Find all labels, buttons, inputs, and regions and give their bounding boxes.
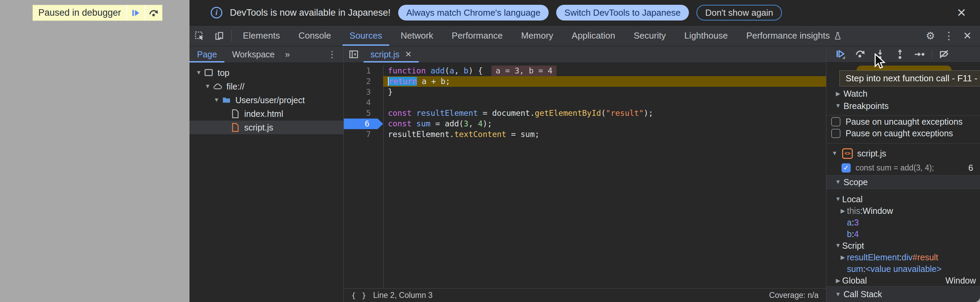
source-editor[interactable]: 1234567 function add(a, b) {a = 3, b = 4… (344, 63, 826, 288)
callstack-section-header[interactable]: ▼ Call Stack (826, 286, 980, 302)
code-token: 4 (478, 119, 483, 128)
tree-item-index-html[interactable]: index.html (189, 107, 344, 120)
inspect-element-button[interactable] (189, 25, 209, 46)
tree-item-users-user-project[interactable]: ▼Users/user/project (189, 93, 344, 107)
tab-elements[interactable]: Elements (234, 25, 289, 46)
pause-caught-exceptions-row[interactable]: Pause on caught exceptions (826, 127, 980, 139)
device-toolbar-button[interactable] (209, 25, 229, 46)
variable-name: b (847, 229, 852, 239)
tab-performance[interactable]: Performance (442, 25, 512, 46)
execution-line-marker[interactable]: 6 (344, 119, 383, 129)
code-token: ( (601, 109, 606, 117)
line-number[interactable]: 4 (344, 97, 383, 108)
scope-group-script[interactable]: ▼Script (826, 240, 980, 251)
pause-uncaught-exceptions-row[interactable]: Pause on uncaught exceptions (826, 116, 980, 127)
more-tabs-chevron[interactable]: » (282, 46, 292, 63)
pause-caught-checkbox[interactable] (831, 129, 840, 138)
line-number[interactable]: 3 (344, 87, 383, 97)
always-match-language-button[interactable]: Always match Chrome's language (398, 5, 549, 21)
scope-group-local[interactable]: ▼Local (826, 193, 980, 205)
code-line-1: function add(a, b) {a = 3, b = 4 (388, 66, 826, 76)
editor-tab-scriptjs[interactable]: script.js ✕ (364, 46, 419, 63)
tab-console[interactable]: Console (289, 25, 340, 46)
step-out-button[interactable] (890, 46, 910, 63)
tree-item-label: top (214, 68, 229, 78)
tab-page[interactable]: Page (189, 46, 224, 63)
more-options-button[interactable]: ⋮ (940, 30, 958, 42)
watch-section-header[interactable]: ▶ Watch (826, 87, 980, 100)
code-line-7: resultElement.textContent = sum; (388, 129, 826, 140)
scope-group-global[interactable]: ▶GlobalWindow (826, 275, 980, 286)
scope-variable-resultElement[interactable]: ▶resultElement: div#result (826, 251, 980, 263)
resume-icon (835, 49, 846, 60)
collapse-sidebar-button[interactable] (344, 46, 364, 63)
line-number[interactable]: 2 (344, 76, 383, 87)
debugger-toolbar-divider (932, 50, 932, 59)
infobar-close-icon[interactable]: ✕ (952, 6, 972, 19)
deactivate-breakpoints-button[interactable] (934, 46, 954, 63)
breakpoint-checkbox[interactable]: ✓ (842, 163, 851, 172)
step-over-button[interactable] (144, 5, 162, 21)
line-number[interactable]: 7 (344, 129, 383, 140)
pretty-print-icon[interactable]: { } (351, 291, 367, 300)
scope-variable-a[interactable]: a: 3 (826, 217, 980, 228)
breakpoint-entry[interactable]: ✓ const sum = add(3, 4); 6 (826, 160, 980, 175)
editor-status-bar: { } Line 2, Column 3 Coverage: n/a (344, 288, 826, 302)
breakpoint-file-group[interactable]: ▼ <> script.js (826, 147, 980, 160)
chevron-down-icon: ▼ (834, 179, 842, 185)
step-over-icon (148, 8, 159, 19)
code-token: a + b; (417, 77, 450, 86)
close-tab-icon[interactable]: ✕ (405, 49, 412, 59)
scope-variable-this[interactable]: ▶this: Window (826, 205, 980, 217)
cursor-position-label: Line 2, Column 3 (373, 291, 433, 300)
switch-devtools-japanese-button[interactable]: Switch DevTools to Japanese (556, 5, 689, 21)
code-token: function (388, 66, 426, 75)
step-button[interactable] (910, 46, 930, 63)
code-token: } (388, 87, 393, 96)
code-token: ); (483, 119, 492, 128)
tab-security[interactable]: Security (625, 25, 675, 46)
scope-section-header[interactable]: ▼ Scope (826, 175, 980, 189)
close-devtools-button[interactable]: ✕ (958, 30, 977, 42)
resume-script-button[interactable] (127, 5, 144, 21)
tab-performance-insights[interactable]: Performance insights (737, 25, 851, 46)
chevron-down-icon: ▼ (834, 242, 842, 249)
tree-item-top[interactable]: ▼top (189, 66, 344, 80)
collapse-panel-icon (348, 49, 359, 59)
code-token: a (449, 66, 454, 75)
tab-memory[interactable]: Memory (512, 25, 562, 46)
chevron-down-icon[interactable]: ▼ (194, 70, 203, 76)
scope-variable-b[interactable]: b: 4 (826, 228, 980, 240)
three-dots-icon: ⋮ (944, 30, 954, 42)
tab-lighthouse[interactable]: Lighthouse (675, 25, 737, 46)
settings-button[interactable]: ⚙ (921, 30, 940, 42)
line-number[interactable]: 1 (344, 66, 383, 76)
step-over-button[interactable] (850, 46, 870, 63)
divider (826, 143, 980, 144)
tab-network[interactable]: Network (391, 25, 442, 46)
code-token: sum (416, 119, 431, 128)
pause-uncaught-checkbox[interactable] (831, 117, 840, 126)
breakpoints-section-header[interactable]: ▼ Breakpoints (826, 100, 980, 112)
tab-sources[interactable]: Sources (340, 25, 391, 46)
code-token: = add( (431, 119, 464, 128)
infobar: i DevTools is now available in Japanese!… (189, 0, 980, 25)
code-line-4 (388, 97, 826, 108)
resume-button[interactable] (830, 46, 850, 63)
tree-item-script-js[interactable]: script.js (189, 120, 344, 134)
scope-variable-sum[interactable]: sum: <value unavailable> (826, 263, 980, 275)
cloud-icon (212, 82, 223, 91)
tab-application[interactable]: Application (562, 25, 624, 46)
tree-item-label: index.html (241, 109, 283, 119)
tree-item-file-[interactable]: ▼file:// (189, 80, 344, 93)
dont-show-again-button[interactable]: Don't show again (697, 5, 782, 21)
tab-workspace[interactable]: Workspace (224, 46, 282, 63)
chevron-down-icon[interactable]: ▼ (203, 83, 212, 90)
chevron-down-icon: ▼ (834, 196, 842, 202)
variable-value: 4 (854, 229, 859, 239)
chevron-down-icon[interactable]: ▼ (212, 97, 221, 103)
device-toolbar-icon (214, 31, 224, 41)
step-over-icon (855, 49, 866, 60)
line-number[interactable]: 5 (344, 108, 383, 119)
navigator-more-icon[interactable]: ⋮ (321, 46, 344, 63)
